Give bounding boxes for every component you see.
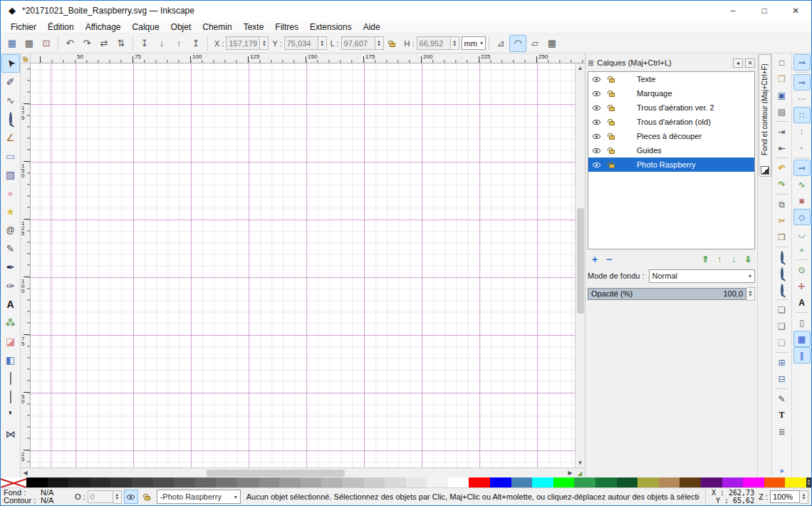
- layer-lock-icon[interactable]: [604, 90, 620, 97]
- snap-bbox-corners-button[interactable]: ∷: [793, 107, 811, 123]
- star-button[interactable]: ★: [1, 202, 20, 221]
- color-swatch[interactable]: [574, 477, 595, 487]
- color-swatch[interactable]: [364, 477, 385, 487]
- color-swatch[interactable]: [48, 477, 69, 487]
- color-swatch[interactable]: [469, 477, 490, 487]
- snap-cusp-nodes-button[interactable]: ◇: [793, 209, 811, 225]
- layer-visibility-icon[interactable]: [588, 148, 604, 153]
- scroll-up-icon[interactable]: ▲: [576, 63, 585, 73]
- snap-guides-button[interactable]: ∥: [793, 347, 811, 363]
- l-field[interactable]: 97,607: [341, 36, 375, 50]
- horizontal-ruler[interactable]: 5075100125150175200225250: [31, 53, 585, 63]
- snap-path-intersections-button[interactable]: ⋇: [793, 192, 811, 209]
- add-layer-button[interactable]: +: [588, 253, 602, 266]
- zoom-spinner[interactable]: ▲▼: [800, 490, 808, 504]
- snap-smooth-nodes-button[interactable]: ◡: [793, 225, 811, 242]
- layer-raise-button[interactable]: ↑: [712, 253, 727, 266]
- rotate-cw-button[interactable]: ↷: [78, 35, 95, 52]
- snap-line-midpoints-button[interactable]: ∘: [793, 242, 811, 258]
- pencil-button[interactable]: ✎: [1, 239, 20, 258]
- color-swatch[interactable]: [406, 477, 427, 487]
- color-swatch[interactable]: [385, 477, 406, 487]
- layer-row[interactable]: Marquage: [588, 86, 754, 100]
- color-swatch[interactable]: [174, 477, 195, 487]
- layer-visibility-icon[interactable]: [588, 91, 604, 96]
- menu-edition[interactable]: Édition: [42, 21, 80, 33]
- h-field[interactable]: 66,952: [417, 36, 451, 50]
- bucket-fill-button[interactable]: ◧: [1, 351, 20, 369]
- menu-fichier[interactable]: Fichier: [5, 21, 42, 33]
- guide-lock-icon[interactable]: [23, 58, 27, 61]
- print-button[interactable]: ▤: [774, 103, 791, 120]
- color-swatch[interactable]: [532, 477, 553, 487]
- lower-button[interactable]: ↓: [153, 35, 170, 52]
- swatch-none[interactable]: [1, 477, 26, 487]
- color-swatch[interactable]: [595, 477, 617, 487]
- l-field-spinner[interactable]: ▲▼: [375, 36, 384, 50]
- fill-stroke-dialog-button[interactable]: ✎: [774, 391, 791, 407]
- lock-ratio-icon[interactable]: [384, 35, 401, 52]
- blend-mode-select[interactable]: Normal ▾: [649, 269, 755, 283]
- rectangle-button[interactable]: ▭: [1, 147, 20, 165]
- layer-lock-icon[interactable]: [604, 133, 620, 140]
- layer-to-bottom-button[interactable]: ⇓: [741, 253, 755, 266]
- text-dialog-button[interactable]: T: [774, 407, 791, 423]
- layer-visibility-toggle[interactable]: [124, 490, 138, 504]
- redo-button[interactable]: ↷: [774, 176, 791, 192]
- selector-button[interactable]: ➤: [1, 54, 20, 73]
- vertical-ruler[interactable]: 1 7 51 5 01 2 51 0 07 55 02 5: [21, 63, 31, 468]
- ellipse-button[interactable]: ●: [1, 184, 20, 202]
- new-document-button[interactable]: □: [774, 54, 791, 71]
- snap-paths-button[interactable]: ∿: [793, 176, 811, 192]
- connector-button[interactable]: ⋈: [1, 425, 20, 443]
- flip-horizontal-button[interactable]: ⇄: [95, 35, 113, 52]
- layer-row[interactable]: Trous d'aération (old): [588, 115, 754, 129]
- horizontal-scrollbar[interactable]: ◀ ▶: [21, 468, 575, 477]
- horizontal-scroll-thumb[interactable]: [207, 470, 345, 477]
- deselect-button[interactable]: ⊡: [38, 35, 55, 52]
- snap-object-centers-button[interactable]: ⊙: [793, 262, 811, 278]
- calligraphy-button[interactable]: ✑: [1, 277, 20, 295]
- layer-visibility-icon[interactable]: [588, 162, 604, 167]
- layer-visibility-icon[interactable]: [588, 105, 604, 110]
- move-patterns-button[interactable]: ▦: [543, 35, 561, 52]
- layer-visibility-icon[interactable]: [588, 120, 604, 125]
- toolbar-overflow-button[interactable]: »: [780, 467, 784, 475]
- color-swatch[interactable]: [659, 477, 680, 487]
- snap-enabled-button[interactable]: ⊸: [793, 54, 811, 71]
- snap-bbox-edge-midpoints-button[interactable]: ∶: [793, 123, 811, 140]
- zoom-selection-button[interactable]: [774, 249, 791, 265]
- color-swatch[interactable]: [279, 477, 301, 487]
- menu-extensions[interactable]: Extensions: [304, 21, 358, 33]
- ungroup-button[interactable]: ⊟: [774, 371, 791, 387]
- color-swatch[interactable]: [427, 477, 448, 487]
- menu-aide[interactable]: Aide: [358, 21, 386, 33]
- color-swatch[interactable]: [68, 477, 90, 487]
- create-clone-button[interactable]: ❑: [774, 318, 791, 334]
- color-swatch[interactable]: [301, 477, 322, 487]
- color-swatch[interactable]: [490, 477, 511, 487]
- group-button[interactable]: ⊞: [774, 354, 791, 371]
- color-swatch[interactable]: [259, 477, 280, 487]
- snap-text-baseline-button[interactable]: A: [793, 294, 811, 311]
- color-swatch[interactable]: [216, 477, 237, 487]
- raise-button[interactable]: ↑: [170, 35, 187, 52]
- layer-visibility-icon[interactable]: [588, 77, 604, 82]
- snap-nodes-button[interactable]: ⊸: [793, 160, 811, 176]
- snap-rotation-centers-button[interactable]: ✛: [793, 278, 811, 294]
- menu-chemin[interactable]: Chemin: [197, 21, 237, 33]
- layer-row[interactable]: Pieces à découper: [588, 129, 754, 143]
- color-swatch[interactable]: [511, 477, 533, 487]
- snap-bbox-centers-button[interactable]: ·: [793, 140, 811, 156]
- color-swatch[interactable]: [343, 477, 364, 487]
- layer-row[interactable]: Texte: [588, 72, 754, 86]
- scale-corners-button[interactable]: ◠: [509, 35, 526, 52]
- layer-lock-icon[interactable]: [604, 161, 620, 168]
- layer-opacity-slider[interactable]: Opacité (%) 100,0: [588, 288, 746, 300]
- color-swatch[interactable]: [637, 477, 659, 487]
- layer-visibility-icon[interactable]: [588, 134, 604, 139]
- color-swatch[interactable]: [321, 477, 343, 487]
- close-button[interactable]: ✕: [780, 1, 811, 21]
- snap-page-border-button[interactable]: ▯: [793, 314, 811, 331]
- color-swatch[interactable]: [553, 477, 575, 487]
